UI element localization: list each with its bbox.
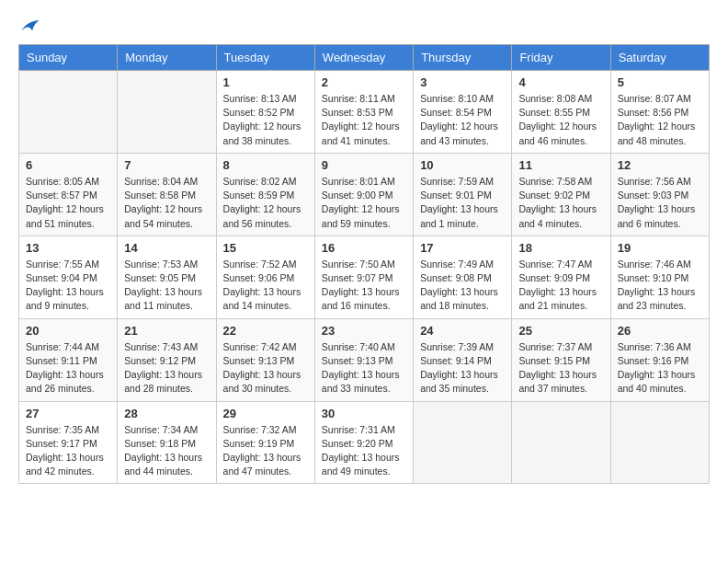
- day-info: Sunrise: 7:47 AM Sunset: 9:09 PM Dayligh…: [518, 258, 603, 314]
- day-number: 16: [322, 241, 406, 255]
- day-info: Sunrise: 8:02 AM Sunset: 8:59 PM Dayligh…: [223, 175, 308, 231]
- calendar-day-cell: 13Sunrise: 7:55 AM Sunset: 9:04 PM Dayli…: [19, 236, 118, 318]
- day-number: 26: [618, 324, 702, 338]
- day-number: 17: [420, 241, 505, 255]
- calendar-day-cell: 25Sunrise: 7:37 AM Sunset: 9:15 PM Dayli…: [512, 318, 610, 401]
- calendar-day-cell: 6Sunrise: 8:05 AM Sunset: 8:57 PM Daylig…: [19, 153, 118, 236]
- day-number: 1: [223, 75, 308, 89]
- weekday-header: Monday: [118, 45, 216, 71]
- calendar-day-cell: [610, 401, 709, 484]
- calendar-day-cell: [19, 71, 118, 154]
- day-info: Sunrise: 7:49 AM Sunset: 9:08 PM Dayligh…: [420, 258, 505, 314]
- day-number: 9: [322, 158, 406, 172]
- day-number: 22: [223, 324, 308, 338]
- day-info: Sunrise: 7:43 AM Sunset: 9:12 PM Dayligh…: [124, 340, 209, 396]
- day-info: Sunrise: 7:37 AM Sunset: 9:15 PM Dayligh…: [518, 340, 603, 396]
- weekday-header: Tuesday: [216, 45, 314, 71]
- day-number: 5: [618, 75, 702, 89]
- calendar-week-row: 6Sunrise: 8:05 AM Sunset: 8:57 PM Daylig…: [19, 153, 710, 236]
- calendar-table: SundayMondayTuesdayWednesdayThursdayFrid…: [18, 44, 710, 484]
- calendar-day-cell: 5Sunrise: 8:07 AM Sunset: 8:56 PM Daylig…: [610, 71, 709, 154]
- day-info: Sunrise: 7:34 AM Sunset: 9:18 PM Dayligh…: [124, 423, 209, 479]
- day-info: Sunrise: 7:31 AM Sunset: 9:20 PM Dayligh…: [322, 423, 406, 479]
- day-number: 11: [518, 158, 603, 172]
- weekday-header: Friday: [512, 45, 610, 71]
- weekday-header: Thursday: [414, 45, 512, 71]
- day-number: 24: [420, 324, 505, 338]
- calendar-week-row: 1Sunrise: 8:13 AM Sunset: 8:52 PM Daylig…: [19, 71, 710, 154]
- logo: [18, 18, 40, 35]
- calendar-day-cell: 8Sunrise: 8:02 AM Sunset: 8:59 PM Daylig…: [216, 153, 314, 236]
- day-info: Sunrise: 7:36 AM Sunset: 9:16 PM Dayligh…: [618, 340, 702, 396]
- calendar-day-cell: 16Sunrise: 7:50 AM Sunset: 9:07 PM Dayli…: [314, 236, 413, 318]
- weekday-header: Saturday: [610, 45, 709, 71]
- calendar-day-cell: 3Sunrise: 8:10 AM Sunset: 8:54 PM Daylig…: [414, 71, 512, 154]
- day-info: Sunrise: 8:13 AM Sunset: 8:52 PM Dayligh…: [223, 92, 308, 148]
- calendar-day-cell: 18Sunrise: 7:47 AM Sunset: 9:09 PM Dayli…: [512, 236, 610, 318]
- day-number: 25: [518, 324, 603, 338]
- day-number: 2: [322, 75, 406, 89]
- day-info: Sunrise: 7:42 AM Sunset: 9:13 PM Dayligh…: [223, 340, 308, 396]
- calendar-day-cell: 11Sunrise: 7:58 AM Sunset: 9:02 PM Dayli…: [512, 153, 610, 236]
- calendar-day-cell: 23Sunrise: 7:40 AM Sunset: 9:13 PM Dayli…: [314, 318, 413, 401]
- calendar-day-cell: 26Sunrise: 7:36 AM Sunset: 9:16 PM Dayli…: [610, 318, 709, 401]
- day-info: Sunrise: 8:11 AM Sunset: 8:53 PM Dayligh…: [322, 92, 406, 148]
- day-number: 10: [420, 158, 505, 172]
- calendar-day-cell: 14Sunrise: 7:53 AM Sunset: 9:05 PM Dayli…: [118, 236, 216, 318]
- day-info: Sunrise: 7:56 AM Sunset: 9:03 PM Dayligh…: [618, 175, 702, 231]
- calendar-day-cell: 1Sunrise: 8:13 AM Sunset: 8:52 PM Daylig…: [216, 71, 314, 154]
- day-info: Sunrise: 8:07 AM Sunset: 8:56 PM Dayligh…: [618, 92, 702, 148]
- day-info: Sunrise: 7:55 AM Sunset: 9:04 PM Dayligh…: [26, 258, 110, 314]
- day-number: 6: [26, 158, 110, 172]
- day-number: 18: [518, 241, 603, 255]
- calendar-day-cell: 28Sunrise: 7:34 AM Sunset: 9:18 PM Dayli…: [118, 401, 216, 484]
- weekday-header-row: SundayMondayTuesdayWednesdayThursdayFrid…: [19, 45, 710, 71]
- day-info: Sunrise: 8:01 AM Sunset: 9:00 PM Dayligh…: [322, 175, 406, 231]
- day-number: 8: [223, 158, 308, 172]
- day-info: Sunrise: 7:35 AM Sunset: 9:17 PM Dayligh…: [26, 423, 110, 479]
- calendar-day-cell: 12Sunrise: 7:56 AM Sunset: 9:03 PM Dayli…: [610, 153, 709, 236]
- calendar-day-cell: [118, 71, 216, 154]
- day-number: 13: [26, 241, 110, 255]
- calendar-week-row: 27Sunrise: 7:35 AM Sunset: 9:17 PM Dayli…: [19, 401, 710, 484]
- day-info: Sunrise: 7:59 AM Sunset: 9:01 PM Dayligh…: [420, 175, 505, 231]
- calendar-day-cell: 17Sunrise: 7:49 AM Sunset: 9:08 PM Dayli…: [414, 236, 512, 318]
- day-number: 19: [618, 241, 702, 255]
- weekday-header: Wednesday: [314, 45, 413, 71]
- day-number: 4: [518, 75, 603, 89]
- calendar-day-cell: 2Sunrise: 8:11 AM Sunset: 8:53 PM Daylig…: [314, 71, 413, 154]
- day-number: 12: [618, 158, 702, 172]
- day-number: 15: [223, 241, 308, 255]
- day-number: 7: [124, 158, 209, 172]
- header: [18, 18, 710, 35]
- day-info: Sunrise: 8:10 AM Sunset: 8:54 PM Dayligh…: [420, 92, 505, 148]
- calendar-day-cell: 24Sunrise: 7:39 AM Sunset: 9:14 PM Dayli…: [414, 318, 512, 401]
- logo-bird-icon: [20, 18, 40, 35]
- day-info: Sunrise: 8:04 AM Sunset: 8:58 PM Dayligh…: [124, 175, 209, 231]
- day-info: Sunrise: 7:44 AM Sunset: 9:11 PM Dayligh…: [26, 340, 110, 396]
- day-info: Sunrise: 7:32 AM Sunset: 9:19 PM Dayligh…: [223, 423, 308, 479]
- day-number: 14: [124, 241, 209, 255]
- day-info: Sunrise: 7:53 AM Sunset: 9:05 PM Dayligh…: [124, 258, 209, 314]
- day-info: Sunrise: 8:08 AM Sunset: 8:55 PM Dayligh…: [518, 92, 603, 148]
- day-number: 21: [124, 324, 209, 338]
- day-number: 28: [124, 407, 209, 420]
- day-number: 30: [322, 407, 406, 420]
- calendar-day-cell: 22Sunrise: 7:42 AM Sunset: 9:13 PM Dayli…: [216, 318, 314, 401]
- weekday-header: Sunday: [19, 45, 118, 71]
- day-number: 23: [322, 324, 406, 338]
- calendar-day-cell: 30Sunrise: 7:31 AM Sunset: 9:20 PM Dayli…: [314, 401, 413, 484]
- calendar-day-cell: 29Sunrise: 7:32 AM Sunset: 9:19 PM Dayli…: [216, 401, 314, 484]
- day-number: 3: [420, 75, 505, 89]
- calendar-day-cell: 20Sunrise: 7:44 AM Sunset: 9:11 PM Dayli…: [19, 318, 118, 401]
- calendar-day-cell: 7Sunrise: 8:04 AM Sunset: 8:58 PM Daylig…: [118, 153, 216, 236]
- calendar-week-row: 13Sunrise: 7:55 AM Sunset: 9:04 PM Dayli…: [19, 236, 710, 318]
- calendar-day-cell: [512, 401, 610, 484]
- calendar-day-cell: 27Sunrise: 7:35 AM Sunset: 9:17 PM Dayli…: [19, 401, 118, 484]
- day-info: Sunrise: 7:40 AM Sunset: 9:13 PM Dayligh…: [322, 340, 406, 396]
- day-info: Sunrise: 7:58 AM Sunset: 9:02 PM Dayligh…: [518, 175, 603, 231]
- day-number: 29: [223, 407, 308, 420]
- calendar-day-cell: 9Sunrise: 8:01 AM Sunset: 9:00 PM Daylig…: [314, 153, 413, 236]
- day-number: 20: [26, 324, 110, 338]
- day-info: Sunrise: 7:52 AM Sunset: 9:06 PM Dayligh…: [223, 258, 308, 314]
